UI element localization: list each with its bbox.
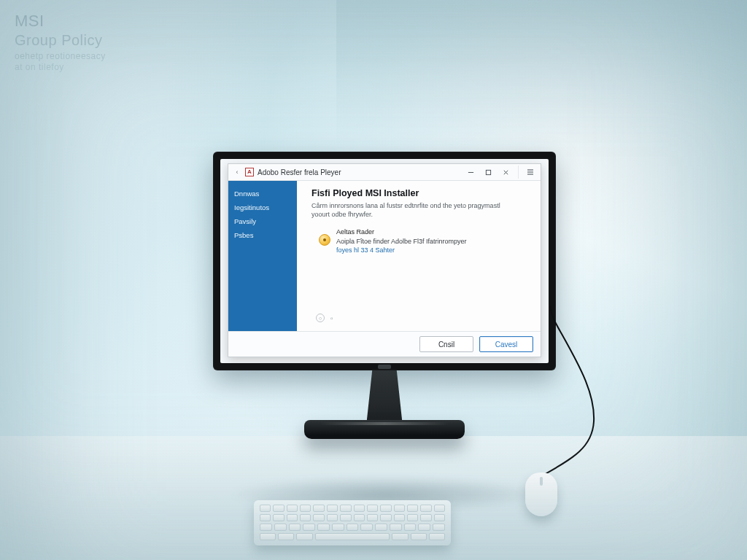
minimize-button[interactable] [462, 166, 479, 179]
svg-rect-1 [486, 170, 490, 174]
corner-caption: MSI Group Policy oehetp reotioneesacy at… [15, 12, 106, 72]
cancel-button-label: Cnsil [438, 341, 454, 349]
ok-button[interactable]: Cavesl [479, 336, 533, 352]
sidebar-item-2[interactable]: Pavsily [233, 214, 293, 228]
pager-indicator[interactable]: ○ [316, 314, 325, 322]
ok-button-label: Cavesl [495, 341, 518, 349]
hamburger-icon [527, 168, 534, 176]
product-desc: Aoipla Fîtoe finder Adolbe Fl3f Ifatrinr… [336, 237, 467, 246]
sidebar-item-1[interactable]: Iegsitinutos [233, 201, 293, 214]
product-status-icon [319, 234, 330, 246]
product-item: Aeltas Rader Aoipla Fîtoe finder Adolbe … [311, 228, 527, 255]
cancel-button[interactable]: Cnsil [419, 336, 473, 352]
footer: Cnsil Cavesl [228, 331, 541, 357]
monitor-screen: ‹ A Adobo Resfer frela Pleyer [220, 159, 549, 363]
maximize-button[interactable] [480, 166, 496, 179]
scene: MSI Group Policy oehetp reotioneesacy at… [0, 0, 747, 560]
monitor-brand-mark [378, 365, 391, 369]
product-title: Aeltas Rader [336, 228, 467, 237]
titlebar: ‹ A Adobo Resfer frela Pleyer [228, 164, 541, 181]
product-text: Aeltas Rader Aoipla Fîtoe finder Adolbe … [336, 228, 467, 255]
monitor-neck [363, 370, 406, 427]
keyboard [254, 500, 451, 545]
pager: ○ ▫ [311, 311, 527, 327]
window-title: Adobo Resfer frela Pleyer [258, 168, 341, 176]
content-pane: Fisfi Ployed MSI Installer Cârm innrorsn… [297, 181, 541, 331]
close-icon [503, 169, 509, 176]
close-button[interactable] [498, 166, 514, 179]
pager-dot-glyph: ○ [319, 316, 322, 321]
sidebar-item-0[interactable]: Dnnwas [233, 187, 293, 201]
sidebar: Dnnwas Iegsitinutos Pavsily Psbes [228, 181, 297, 331]
corner-caption-line3: oehetp reotioneesacy [15, 51, 106, 61]
corner-caption-line2: Group Policy [15, 31, 106, 49]
app-icon: A [245, 168, 254, 176]
mouse [525, 472, 557, 516]
pager-square: ▫ [330, 314, 333, 322]
content-heading: Fisfi Ployed MSI Installer [311, 188, 527, 198]
corner-caption-line1: MSI [15, 12, 106, 31]
minimize-icon [468, 169, 474, 176]
back-button[interactable]: ‹ [233, 168, 241, 176]
installer-window: ‹ A Adobo Resfer frela Pleyer [228, 163, 541, 357]
monitor-stand [304, 420, 465, 439]
menu-button[interactable] [518, 166, 538, 179]
maximize-icon [485, 169, 492, 176]
monitor-bezel: ‹ A Adobo Resfer frela Pleyer [213, 152, 556, 370]
monitor: ‹ A Adobo Resfer frela Pleyer [213, 152, 556, 370]
content-subtext: Cârm innrorsnons lana al fustsr edtnrfit… [311, 201, 516, 219]
back-icon: ‹ [236, 168, 239, 176]
window-body: Dnnwas Iegsitinutos Pavsily Psbes Fisfi … [228, 181, 541, 331]
corner-caption-line4: at on tilefoy [15, 62, 106, 72]
sidebar-item-3[interactable]: Psbes [233, 228, 293, 242]
product-link[interactable]: foyes hl 33 4 Sahter [336, 246, 467, 255]
window-controls [462, 166, 538, 179]
